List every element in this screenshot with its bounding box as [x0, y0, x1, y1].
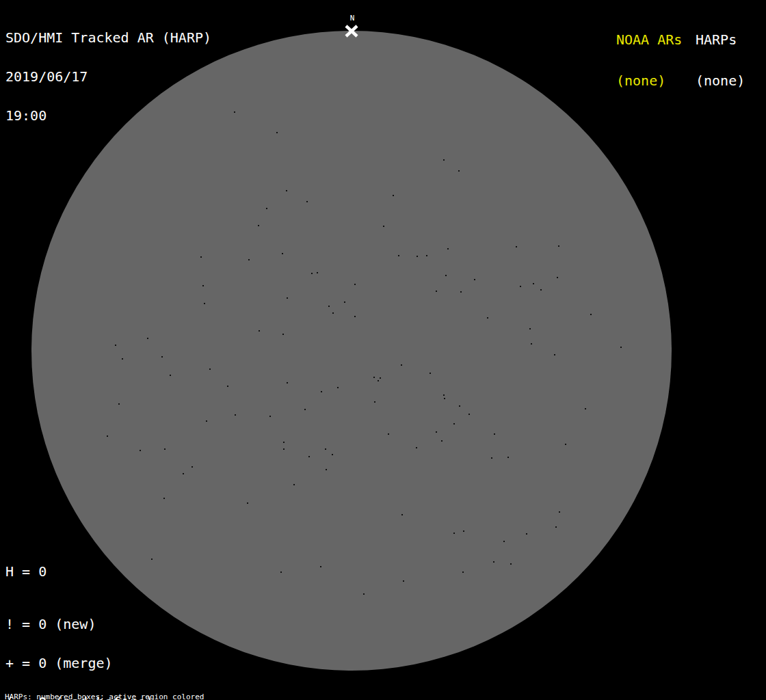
speckle-dot	[202, 285, 204, 286]
speckle-dot	[283, 448, 285, 450]
speckle-dot	[516, 246, 517, 247]
speckle-dot	[487, 317, 488, 319]
page-title: SDO/HMI Tracked AR (HARP)	[5, 31, 211, 44]
speckle-dot	[283, 442, 285, 443]
speckle-dot	[374, 401, 375, 403]
speckle-dot	[445, 275, 447, 276]
speckle-dot	[491, 457, 492, 459]
speckle-dot	[247, 502, 248, 504]
speckle-dot	[282, 334, 284, 335]
speckle-dot	[269, 416, 271, 417]
speckle-dot	[401, 364, 402, 366]
legend-item-new: ! = 0 (new)	[5, 618, 162, 631]
speckle-dot	[259, 330, 260, 332]
speckle-dot	[585, 408, 586, 409]
speckle-dot	[151, 558, 153, 560]
speckle-dot	[417, 256, 418, 257]
speckle-dot	[453, 533, 455, 534]
speckle-dot	[590, 314, 592, 315]
speckle-dot	[403, 580, 404, 582]
speckle-dot	[393, 195, 394, 196]
observation-date: 2019/06/17	[5, 70, 211, 83]
speckle-dot	[529, 328, 531, 329]
speckle-dot	[559, 511, 560, 513]
speckle-dot	[441, 440, 443, 442]
speckle-dot	[234, 111, 235, 113]
speckle-dot	[287, 297, 288, 299]
speckle-dot	[276, 132, 278, 133]
speckle-dot	[122, 358, 123, 360]
speckle-dot	[320, 566, 321, 567]
observation-time: 19:00	[5, 109, 211, 122]
speckle-dot	[147, 338, 148, 339]
speckle-dot	[565, 444, 566, 445]
speckle-dot	[354, 316, 356, 317]
speckle-dot	[344, 301, 345, 303]
north-label: N	[345, 14, 359, 23]
speckle-dot	[474, 279, 475, 280]
speckle-dot	[209, 368, 211, 370]
speckle-dot	[443, 394, 445, 396]
speckle-dot	[462, 571, 464, 573]
speckle-dot	[306, 201, 308, 202]
speckle-dot	[286, 190, 287, 191]
speckle-dot	[227, 386, 228, 387]
speckle-dot	[107, 435, 108, 437]
speckle-dot	[140, 450, 141, 451]
speckle-dot	[118, 403, 120, 405]
speckle-dot	[200, 256, 202, 258]
speckle-dot	[554, 354, 555, 355]
speckle-dot	[293, 484, 295, 485]
speckle-dot	[170, 375, 171, 376]
speckle-dot	[447, 248, 449, 250]
speckle-dot	[555, 526, 557, 528]
speckle-dot	[325, 448, 326, 450]
speckle-dot	[430, 373, 431, 374]
speckle-dot	[520, 286, 521, 287]
speckle-dot	[206, 420, 207, 422]
speckle-dot	[192, 466, 193, 468]
speckle-dot	[280, 571, 282, 573]
speckle-dot	[416, 447, 417, 448]
speckle-dot	[354, 284, 356, 285]
speckle-dot	[373, 377, 375, 378]
noaa-ars-value: (none)	[616, 74, 682, 88]
speckle-dot	[510, 563, 512, 565]
speckle-dot	[540, 289, 542, 291]
footer-note-harps: HARPs: numbered boxes; active region col…	[5, 693, 267, 700]
harps-column: HARPs (none)	[696, 5, 745, 115]
speckle-dot	[248, 259, 250, 260]
speckle-dot	[258, 225, 259, 226]
speckle-dot	[426, 255, 427, 256]
solar-visualization: SDO/HMI Tracked AR (HARP) 2019/06/17 19:…	[0, 0, 766, 700]
speckle-dot	[533, 283, 534, 284]
speckle-dot	[398, 255, 399, 256]
speckle-dot	[443, 159, 445, 161]
speckle-dot	[558, 245, 559, 247]
speckle-dot	[337, 387, 339, 388]
speckle-dot	[436, 431, 437, 433]
speckle-dot	[460, 291, 462, 293]
speckle-dot	[378, 380, 379, 381]
speckle-dot	[321, 391, 322, 392]
speckle-dot	[444, 398, 445, 399]
noaa-ars-column: NOAA ARs (none)	[616, 5, 682, 115]
speckle-dot	[308, 456, 310, 457]
speckle-dot	[317, 272, 318, 273]
speckle-dot	[161, 356, 163, 358]
speckle-dot	[287, 382, 288, 383]
speckle-dot	[328, 306, 330, 307]
speckle-dot	[463, 530, 464, 532]
speckle-dot	[183, 473, 184, 474]
speckle-dot	[363, 593, 365, 595]
harps-value: (none)	[696, 74, 745, 88]
speckle-dot	[311, 273, 313, 274]
speckle-dot	[204, 303, 205, 304]
speckle-dot	[282, 253, 283, 254]
speckle-dot	[503, 541, 505, 542]
speckle-dot	[507, 457, 509, 458]
speckle-dot	[304, 409, 306, 410]
north-cross-icon	[345, 25, 358, 38]
header-block: SDO/HMI Tracked AR (HARP) 2019/06/17 19:…	[5, 5, 211, 148]
speckle-dot	[380, 377, 381, 379]
